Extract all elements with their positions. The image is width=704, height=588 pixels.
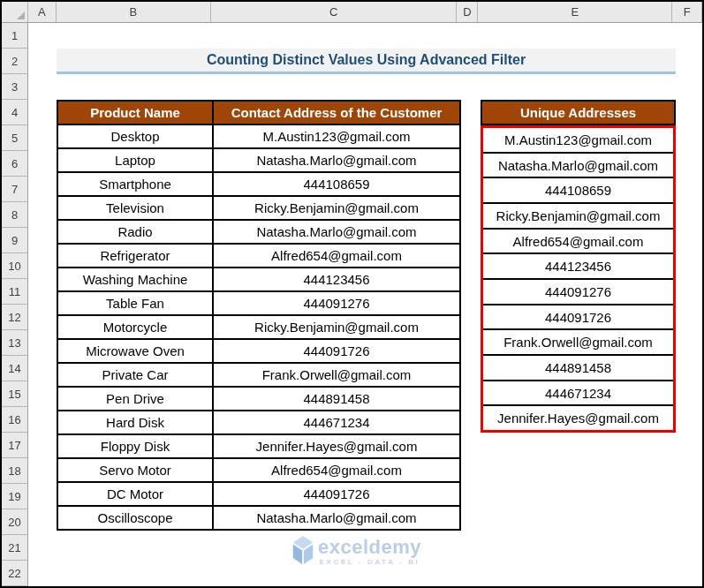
sheet-title-cell[interactable]: Counting Distinct Values Using Advanced … [57, 49, 676, 74]
products-table-header-row: Product Name Contact Address of the Cust… [57, 101, 460, 124]
row-header-20[interactable]: 20 [2, 509, 28, 535]
contact-cell[interactable]: Alfred654@gmail.com [213, 458, 460, 482]
unique-addresses-header-cell[interactable]: Unique Addresses [481, 100, 676, 125]
unique-address-cell[interactable]: Frank.Orwell@gmail.com [483, 330, 673, 356]
table-row: RadioNatasha.Marlo@gmail.com [57, 220, 460, 244]
contact-cell[interactable]: Jennifer.Hayes@gmail.com [213, 434, 460, 458]
contact-cell[interactable]: 444091726 [213, 339, 460, 363]
contact-cell[interactable]: Ricky.Benjamin@gmail.com [213, 315, 460, 339]
product-cell[interactable]: Radio [57, 220, 213, 244]
table-row: Microwave Oven444091726 [57, 339, 460, 363]
table-row: MotorcycleRicky.Benjamin@gmail.com [57, 315, 460, 339]
row-header-22[interactable]: 22 [2, 561, 28, 586]
unique-address-cell[interactable]: Jennifer.Hayes@gmail.com [483, 406, 673, 430]
contact-address-header-cell[interactable]: Contact Address of the Customer [213, 101, 460, 124]
contact-cell[interactable]: Ricky.Benjamin@gmail.com [213, 196, 460, 220]
contact-cell[interactable]: Natasha.Marlo@gmail.com [213, 220, 460, 244]
row-header-19[interactable]: 19 [2, 484, 28, 509]
row-header-8[interactable]: 8 [2, 202, 28, 228]
product-cell[interactable]: Servo Motor [57, 458, 213, 482]
row-header-13[interactable]: 13 [2, 330, 28, 356]
row-header-18[interactable]: 18 [2, 458, 28, 484]
row-header-17[interactable]: 17 [2, 433, 28, 458]
unique-address-cell[interactable]: 444123456 [483, 254, 673, 280]
row-header-14[interactable]: 14 [2, 356, 28, 381]
unique-address-cell[interactable]: Ricky.Benjamin@gmail.com [483, 204, 673, 230]
product-cell[interactable]: Hard Disk [57, 411, 213, 434]
product-name-header-cell[interactable]: Product Name [57, 101, 213, 124]
contact-cell[interactable]: Natasha.Marlo@gmail.com [213, 506, 460, 530]
table-row: Table Fan444091276 [57, 291, 460, 315]
row-header-1[interactable]: 1 [2, 23, 28, 49]
column-header-row: ABCDEF [2, 2, 702, 23]
table-row: Servo MotorAlfred654@gmail.com [57, 458, 460, 482]
row-header-5[interactable]: 5 [2, 125, 28, 151]
unique-address-cell[interactable]: Alfred654@gmail.com [483, 230, 673, 255]
table-row: Washing Machine444123456 [57, 268, 460, 291]
product-cell[interactable]: Table Fan [57, 291, 213, 315]
contact-cell[interactable]: Frank.Orwell@gmail.com [213, 363, 460, 387]
contact-cell[interactable]: 444123456 [213, 268, 460, 291]
contact-cell[interactable]: 444091726 [213, 482, 460, 506]
row-header-15[interactable]: 15 [2, 381, 28, 407]
unique-address-cell[interactable]: 444091726 [483, 305, 673, 331]
product-cell[interactable]: Smartphone [57, 172, 213, 196]
unique-address-cell[interactable]: 444091276 [483, 280, 673, 305]
unique-address-cell[interactable]: 444891458 [483, 356, 673, 381]
product-cell[interactable]: Microwave Oven [57, 339, 213, 363]
column-header-D[interactable]: D [457, 2, 478, 22]
product-cell[interactable]: Oscilloscope [57, 506, 213, 530]
column-header-F[interactable]: F [672, 2, 702, 22]
unique-address-cell[interactable]: 444671234 [483, 381, 673, 407]
exceldemy-logo-icon [290, 534, 316, 569]
row-header-2[interactable]: 2 [2, 49, 28, 74]
row-header-16[interactable]: 16 [2, 407, 28, 433]
product-cell[interactable]: Television [57, 196, 213, 220]
row-header-3[interactable]: 3 [2, 74, 28, 100]
contact-cell[interactable]: 444091276 [213, 291, 460, 315]
row-header-6[interactable]: 6 [2, 151, 28, 177]
row-header-10[interactable]: 10 [2, 253, 28, 279]
main-table-body: DesktopM.Austin123@gmail.comLaptopNatash… [57, 124, 460, 530]
contact-cell[interactable]: M.Austin123@gmail.com [213, 124, 460, 148]
contact-cell[interactable]: 444108659 [213, 172, 460, 196]
product-cell[interactable]: Desktop [57, 124, 213, 148]
row-header-4[interactable]: 4 [2, 100, 28, 125]
product-cell[interactable]: Private Car [57, 363, 213, 387]
column-header-E[interactable]: E [478, 2, 672, 22]
column-header-A[interactable]: A [28, 2, 57, 22]
contact-cell[interactable]: 444891458 [213, 387, 460, 411]
product-cell[interactable]: Floppy Disk [57, 434, 213, 458]
contact-cell[interactable]: 444671234 [213, 411, 460, 434]
row-header-11[interactable]: 11 [2, 279, 28, 305]
product-cell[interactable]: Motorcycle [57, 315, 213, 339]
table-row: DesktopM.Austin123@gmail.com [57, 124, 460, 148]
row-header-7[interactable]: 7 [2, 177, 28, 202]
product-cell[interactable]: Laptop [57, 148, 213, 172]
table-row: Private CarFrank.Orwell@gmail.com [57, 363, 460, 387]
contact-cell[interactable]: Alfred654@gmail.com [213, 244, 460, 268]
row-header-21[interactable]: 21 [2, 535, 28, 561]
unique-address-cell[interactable]: M.Austin123@gmail.com [483, 128, 673, 154]
product-cell[interactable]: DC Motor [57, 482, 213, 506]
column-header-C[interactable]: C [211, 2, 458, 22]
select-all-triangle-icon [17, 11, 25, 19]
watermark-tagline-text: EXCEL - DATA - BI [320, 558, 420, 566]
row-header-12[interactable]: 12 [2, 305, 28, 330]
contact-cell[interactable]: Natasha.Marlo@gmail.com [213, 148, 460, 172]
unique-list: M.Austin123@gmail.comNatasha.Marlo@gmail… [481, 125, 676, 433]
product-cell[interactable]: Washing Machine [57, 268, 213, 291]
row-header-column: 12345678910111213141516171819202122 [2, 23, 28, 586]
column-header-B[interactable]: B [57, 2, 211, 22]
table-row: LaptopNatasha.Marlo@gmail.com [57, 148, 460, 172]
product-cell[interactable]: Refrigerator [57, 244, 213, 268]
row-header-9[interactable]: 9 [2, 228, 28, 253]
unique-address-cell[interactable]: 444108659 [483, 178, 673, 204]
table-row: Floppy DiskJennifer.Hayes@gmail.com [57, 434, 460, 458]
select-all-corner[interactable] [2, 2, 28, 22]
product-cell[interactable]: Pen Drive [57, 387, 213, 411]
table-row: TelevisionRicky.Benjamin@gmail.com [57, 196, 460, 220]
table-row: Hard Disk444671234 [57, 411, 460, 434]
unique-address-cell[interactable]: Natasha.Marlo@gmail.com [483, 154, 673, 179]
exceldemy-watermark: exceldemy EXCEL - DATA - BI [290, 534, 421, 569]
